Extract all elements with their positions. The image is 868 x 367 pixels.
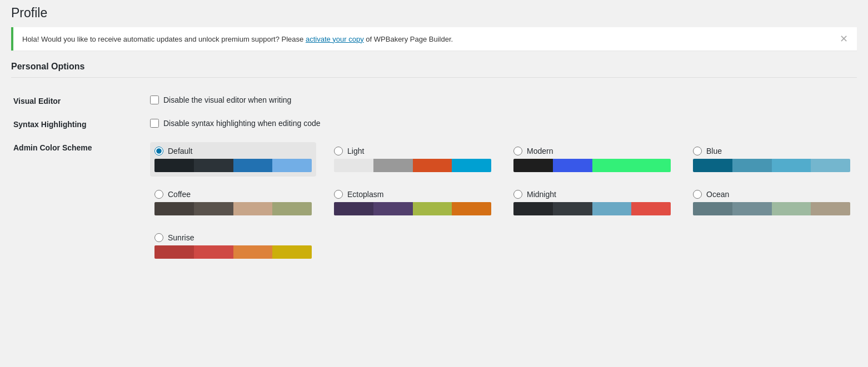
notice-bar: Hola! Would you like to receive automati… <box>11 27 857 51</box>
swatch <box>553 159 592 172</box>
color-scheme-item-blue[interactable]: Blue <box>689 142 855 177</box>
scheme-name-light: Light <box>347 147 364 155</box>
color-scheme-item-modern[interactable]: Modern <box>509 142 675 177</box>
color-swatches-light <box>334 159 491 172</box>
scheme-label-row-default[interactable]: Default <box>154 147 312 155</box>
notice-text: Hola! Would you like to receive automati… <box>22 35 453 43</box>
swatch <box>272 159 312 172</box>
swatch <box>154 159 194 172</box>
syntax-highlighting-checkbox-label[interactable]: Disable syntax highlighting when editing… <box>150 119 855 128</box>
color-swatches-coffee <box>154 202 312 215</box>
syntax-highlighting-checkbox-text: Disable syntax highlighting when editing… <box>163 119 321 128</box>
swatch <box>194 245 233 259</box>
swatch <box>732 202 772 215</box>
scheme-label-row-ocean[interactable]: Ocean <box>693 190 850 199</box>
scheme-label-row-light[interactable]: Light <box>334 147 491 155</box>
swatch <box>373 159 413 172</box>
swatch <box>194 159 233 172</box>
swatch <box>272 245 312 259</box>
color-scheme-item-midnight[interactable]: Midnight <box>509 185 675 220</box>
swatch <box>772 202 811 215</box>
color-swatches-midnight <box>513 202 671 215</box>
section-title: Personal Options <box>11 62 857 78</box>
swatch <box>553 202 592 215</box>
visual-editor-checkbox[interactable] <box>150 95 159 104</box>
options-table: Visual Editor Disable the visual editor … <box>11 89 857 270</box>
swatch <box>373 202 413 215</box>
color-swatches-ectoplasm <box>334 202 491 215</box>
swatch <box>592 159 632 172</box>
notice-text-before: Hola! Would you like to receive automati… <box>22 35 306 43</box>
scheme-radio-ectoplasm[interactable] <box>334 190 343 199</box>
scheme-radio-coffee[interactable] <box>154 190 163 199</box>
swatch <box>154 245 194 259</box>
notice-close-button[interactable]: ✕ <box>840 34 848 44</box>
page-wrapper: Profile Hola! Would you like to receive … <box>0 0 868 281</box>
syntax-highlighting-row: Syntax Highlighting Disable syntax highl… <box>11 112 857 135</box>
scheme-radio-light[interactable] <box>334 147 343 155</box>
syntax-highlighting-checkbox[interactable] <box>150 119 159 128</box>
color-scheme-item-ocean[interactable]: Ocean <box>689 185 855 220</box>
admin-color-scheme-options: DefaultLightModernBlueCoffeeEctoplasmMid… <box>144 135 857 270</box>
scheme-name-blue: Blue <box>706 147 722 155</box>
swatch <box>811 159 850 172</box>
scheme-name-modern: Modern <box>527 147 553 155</box>
swatch <box>413 159 452 172</box>
swatch <box>233 159 273 172</box>
swatch <box>693 202 732 215</box>
scheme-radio-ocean[interactable] <box>693 190 702 199</box>
swatch <box>413 202 452 215</box>
swatch <box>693 159 732 172</box>
color-swatches-sunrise <box>154 245 312 259</box>
scheme-name-sunrise: Sunrise <box>168 233 194 242</box>
scheme-label-row-midnight[interactable]: Midnight <box>513 190 671 199</box>
color-scheme-item-ectoplasm[interactable]: Ectoplasm <box>330 185 496 220</box>
swatch <box>334 159 373 172</box>
visual-editor-checkbox-label[interactable]: Disable the visual editor when writing <box>150 95 855 104</box>
scheme-radio-midnight[interactable] <box>513 190 522 199</box>
swatch <box>272 202 312 215</box>
visual-editor-row: Visual Editor Disable the visual editor … <box>11 89 857 112</box>
visual-editor-checkbox-text: Disable the visual editor when writing <box>163 95 291 104</box>
scheme-name-default: Default <box>168 147 192 155</box>
scheme-name-ocean: Ocean <box>706 190 729 199</box>
notice-text-after: of WPBakery Page Builder. <box>364 35 453 43</box>
swatch <box>631 202 671 215</box>
color-swatches-modern <box>513 159 671 172</box>
admin-color-scheme-row: Admin Color Scheme DefaultLightModernBlu… <box>11 135 857 270</box>
swatch <box>732 159 772 172</box>
color-scheme-item-default[interactable]: Default <box>150 142 316 177</box>
color-swatches-ocean <box>693 202 850 215</box>
swatch <box>811 202 850 215</box>
scheme-label-row-modern[interactable]: Modern <box>513 147 671 155</box>
syntax-highlighting-option: Disable syntax highlighting when editing… <box>144 112 857 135</box>
color-scheme-item-sunrise[interactable]: Sunrise <box>150 229 316 263</box>
page-title: Profile <box>11 6 857 21</box>
swatch <box>233 202 273 215</box>
visual-editor-label: Visual Editor <box>11 89 144 112</box>
scheme-name-coffee: Coffee <box>168 190 191 199</box>
scheme-radio-blue[interactable] <box>693 147 702 155</box>
color-scheme-item-light[interactable]: Light <box>330 142 496 177</box>
color-scheme-item-coffee[interactable]: Coffee <box>150 185 316 220</box>
color-swatches-default <box>154 159 312 172</box>
scheme-label-row-ectoplasm[interactable]: Ectoplasm <box>334 190 491 199</box>
scheme-label-row-coffee[interactable]: Coffee <box>154 190 312 199</box>
color-swatches-blue <box>693 159 850 172</box>
scheme-name-ectoplasm: Ectoplasm <box>347 190 383 199</box>
scheme-radio-default[interactable] <box>154 147 163 155</box>
scheme-label-row-blue[interactable]: Blue <box>693 147 850 155</box>
scheme-radio-modern[interactable] <box>513 147 522 155</box>
swatch <box>233 245 273 259</box>
notice-activate-link[interactable]: activate your copy <box>306 35 364 43</box>
swatch <box>772 159 811 172</box>
swatch <box>334 202 373 215</box>
color-scheme-grid: DefaultLightModernBlueCoffeeEctoplasmMid… <box>150 142 855 263</box>
syntax-highlighting-label: Syntax Highlighting <box>11 112 144 135</box>
visual-editor-option: Disable the visual editor when writing <box>144 89 857 112</box>
scheme-label-row-sunrise[interactable]: Sunrise <box>154 233 312 242</box>
swatch <box>513 159 553 172</box>
swatch <box>154 202 194 215</box>
swatch <box>513 202 553 215</box>
scheme-radio-sunrise[interactable] <box>154 233 163 242</box>
